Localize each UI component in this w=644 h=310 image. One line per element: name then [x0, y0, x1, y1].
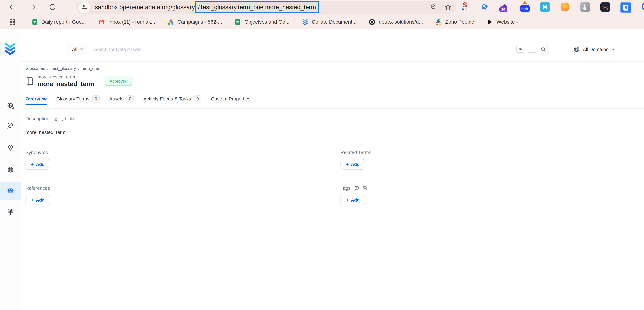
add-synonym-button[interactable]: + Add [26, 159, 50, 170]
collate-logo[interactable] [4, 42, 16, 56]
request-description-icon[interactable]: ? [61, 116, 66, 121]
synonyms-label: Synonyms [26, 149, 50, 155]
tag-search-extension-icon[interactable] [480, 2, 490, 12]
entity-tabs: Overview Glossary Terms 0 Assets 0 Activ… [26, 95, 250, 106]
bookmark-collate-docs[interactable]: Collate Document... [302, 19, 356, 26]
chevron-down-icon [80, 47, 83, 51]
govern-bank-icon [6, 187, 14, 195]
seo-letter: S [462, 2, 467, 8]
bookmark-campaigns[interactable]: Campaigns - 562-... [167, 19, 222, 26]
play-icon [486, 19, 493, 26]
gmail-icon [98, 19, 105, 26]
activity-count: 0 [194, 95, 201, 102]
tags-label: Tags [340, 185, 350, 191]
sidebar-item-insights[interactable] [0, 139, 21, 157]
plus-icon: + [31, 198, 34, 202]
search-input[interactable] [88, 46, 516, 52]
apps-grid-button[interactable] [9, 19, 16, 26]
power-extension-icon[interactable]: 10 [500, 2, 510, 12]
breadcrumb-term-one[interactable]: term_one [82, 66, 99, 71]
main-content: Glossaries / Test_glossary / term_one mo… [21, 62, 644, 310]
autoclicker-extension-icon[interactable] [580, 2, 590, 12]
entity-names: more_nested_term more_nested_term [38, 74, 94, 88]
sidebar-item-govern[interactable] [0, 182, 21, 200]
bookmark-website[interactable]: Website - [486, 19, 518, 26]
bookmarks-separator [24, 18, 24, 26]
observability-icon [6, 122, 14, 129]
bookmark-github[interactable]: deuex-solutions/d... [369, 19, 423, 26]
tagb-letter: B [623, 5, 628, 11]
cmd-key: ⌘ [516, 46, 525, 53]
search-scope-dropdown[interactable]: All [67, 43, 88, 55]
sidebar-item-explore[interactable] [0, 97, 21, 114]
bookmark-daily-report[interactable]: Daily report - Goo... [31, 19, 86, 26]
forward-button[interactable] [26, 1, 39, 13]
plus-icon: + [346, 162, 349, 167]
bell-icon [523, 2, 527, 5]
comments-icon[interactable] [70, 116, 74, 121]
tag-b-extension-icon[interactable]: B [620, 2, 631, 13]
add-tag-button[interactable]: + Add [340, 195, 365, 205]
sidebar-item-domain[interactable] [0, 161, 21, 179]
breadcrumb-test-glossary[interactable]: Test_glossary [51, 66, 76, 71]
zoom-out-icon[interactable] [430, 4, 437, 11]
tab-assets[interactable]: Assets 0 [109, 95, 134, 106]
sidebar-item-learn[interactable] [0, 203, 21, 221]
add-reference-button[interactable]: + Add [26, 195, 50, 205]
entity-name-small: more_nested_term [38, 74, 94, 80]
tag-comments-icon[interactable] [362, 186, 368, 191]
left-sidebar [0, 29, 21, 310]
knowledge-book-icon [6, 208, 14, 216]
browser-chrome: sandbox.open-metadata.org/glossary/Test_… [0, 0, 644, 29]
pink-dot [607, 8, 608, 10]
plus-icon: + [346, 198, 349, 202]
zoho-people-icon [435, 19, 442, 26]
page-title: more_nested_term [38, 80, 94, 88]
redir-label: redir [522, 7, 528, 10]
breadcrumb-glossaries[interactable]: Glossaries [26, 66, 45, 71]
references-label: References [26, 185, 50, 191]
bookmark-objectives[interactable]: Objectves and Go... [234, 19, 290, 26]
tab-activity-feeds[interactable]: Activity Feeds & Tasks 0 [143, 95, 201, 106]
url-selected-text: /Test_glossary.term_one.more_nested_term [195, 1, 319, 13]
svg-text:?: ? [356, 187, 357, 189]
bookmark-inbox[interactable]: Inbox (11) - rounak... [98, 19, 155, 26]
sheets-icon [31, 19, 38, 26]
bookmark-star-icon[interactable] [444, 4, 452, 11]
tab-overview[interactable]: Overview [26, 96, 47, 105]
global-search-bar[interactable]: All ⌘ K [66, 43, 548, 55]
shortcut-hint: ⌘ K [516, 46, 536, 53]
site-settings-button[interactable] [78, 1, 90, 13]
plus-icon: + [31, 162, 34, 167]
tab-custom-properties[interactable]: Custom Properties [211, 96, 250, 105]
url-text[interactable]: sandbox.open-metadata.org/glossary/Test_… [95, 1, 319, 13]
explore-icon [6, 102, 14, 109]
related-terms-section: Related Terms + Add [340, 149, 371, 170]
back-button[interactable] [6, 1, 19, 13]
domain-selector[interactable]: All Domains [573, 43, 615, 55]
search-icon[interactable] [540, 46, 546, 52]
entity-header: more_nested_term more_nested_term Approv… [26, 74, 132, 88]
bookmarks-bar: Daily report - Goo... Inbox (11) - rouna… [0, 15, 644, 29]
redirect-extension-icon[interactable]: redir [520, 5, 530, 13]
address-bar[interactable]: sandbox.open-metadata.org/glossary/Test_… [76, 1, 456, 14]
hatch-extension-icon[interactable]: H [600, 2, 610, 12]
orange-extension-icon[interactable] [560, 2, 570, 12]
sidebar-item-observability[interactable] [0, 117, 21, 134]
reload-button[interactable] [46, 1, 59, 13]
hand-pointer-glyph [582, 4, 588, 11]
edit-pencil-icon[interactable] [53, 116, 58, 121]
bookmark-zoho-people[interactable]: Zoho People [435, 19, 474, 26]
mail-letter: M [543, 4, 547, 10]
tab-glossary-terms[interactable]: Glossary Terms 0 [56, 95, 100, 106]
sheets-icon [234, 19, 241, 26]
seo-extension-icon[interactable]: S SEO [460, 2, 470, 12]
screen: sandbox.open-metadata.org/glossary/Test_… [0, 0, 644, 310]
mail-extension-icon[interactable]: M [540, 2, 550, 12]
back-icon [8, 3, 16, 11]
url-prefix: sandbox.open-metadata.org/glossary [95, 4, 195, 11]
seo-sublabel: SEO [462, 8, 468, 11]
add-related-term-button[interactable]: + Add [340, 159, 365, 170]
c-extension-icon[interactable]: C [642, 2, 644, 11]
request-tags-icon[interactable]: ? [354, 186, 359, 191]
